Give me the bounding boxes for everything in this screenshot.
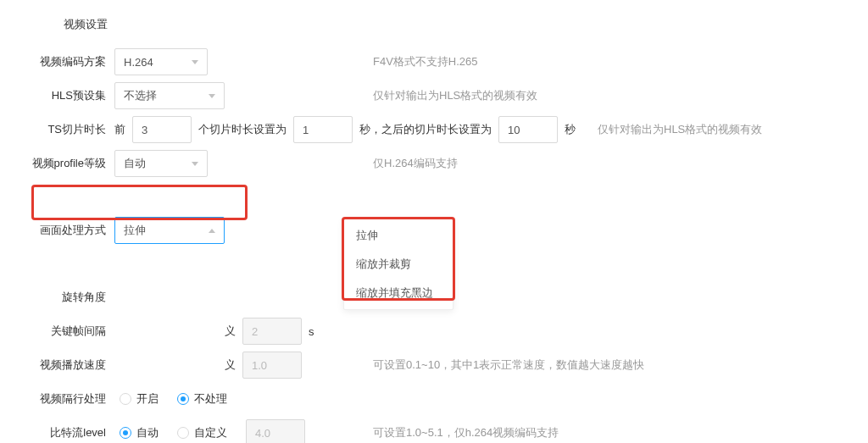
row-profile: 视频profile等级 自动 仅H.264编码支持 [0, 147, 868, 180]
ts-t4: 秒 [565, 122, 576, 137]
select-hls-value: 不选择 [124, 88, 157, 103]
ts-t2: 个切片时长设置为 [198, 122, 287, 137]
radio-interlace-on[interactable]: 开启 [120, 391, 159, 407]
ts-t1: 前 [114, 122, 125, 137]
radio-interlace-off[interactable]: 不处理 [177, 391, 227, 407]
speed-input[interactable] [242, 352, 302, 379]
level-input[interactable] [246, 419, 305, 443]
label-rotate: 旋转角度 [0, 290, 114, 305]
radio-level-custom[interactable]: 自定义 [177, 425, 227, 440]
radio-label: 自定义 [194, 425, 227, 440]
option-pad[interactable]: 缩放并填充黑边 [344, 279, 453, 307]
hint-level: 可设置1.0~5.1，仅h.264视频编码支持 [373, 425, 559, 440]
keyframe-custom-tail: 义 [225, 324, 236, 339]
hint-hls: 仅针对输出为HLS格式的视频有效 [373, 88, 537, 103]
chevron-up-icon [209, 229, 215, 233]
ts-input-2[interactable] [293, 116, 353, 143]
chevron-down-icon [209, 94, 215, 98]
hint-profile: 仅H.264编码支持 [373, 156, 458, 171]
label-keyframe: 关键帧间隔 [0, 324, 114, 339]
keyframe-unit: s [309, 325, 314, 338]
select-codec[interactable]: H.264 [114, 48, 208, 75]
row-screen: 画面处理方式 拉伸 拉伸 缩放并裁剪 缩放并填充黑边 [0, 185, 868, 276]
label-ts: TS切片时长 [0, 122, 114, 137]
radio-label: 开启 [136, 391, 159, 407]
select-screen[interactable]: 拉伸 [114, 217, 225, 244]
ts-input-3[interactable] [498, 116, 558, 143]
highlight-box-1 [31, 185, 248, 220]
row-ts: TS切片时长 前 个切片时长设置为 秒，之后的切片时长设置为 秒 仅针对输出为H… [0, 114, 868, 146]
label-profile: 视频profile等级 [0, 156, 114, 171]
row-hls: HLS预设集 不选择 仅针对输出为HLS格式的视频有效 [0, 80, 868, 112]
label-speed: 视频播放速度 [0, 357, 114, 373]
select-hls[interactable]: 不选择 [114, 82, 225, 109]
select-profile[interactable]: 自动 [114, 150, 208, 177]
hint-ts: 仅针对输出为HLS格式的视频有效 [598, 122, 762, 137]
chevron-down-icon [192, 162, 198, 166]
label-screen: 画面处理方式 [0, 223, 114, 238]
row-level: 比特流level 自动 自定义 可设置1.0~5.1，仅h.264视频编码支持 [0, 417, 868, 443]
row-codec: 视频编码方案 H.264 F4V格式不支持H.265 [0, 46, 868, 78]
row-interlace: 视频隔行处理 开启 不处理 [0, 383, 868, 415]
speed-custom-tail: 义 [225, 357, 236, 373]
section-title: 视频设置 [64, 17, 868, 32]
hint-speed: 可设置0.1~10，其中1表示正常速度，数值越大速度越快 [373, 357, 644, 373]
ts-t3: 秒，之后的切片时长设置为 [359, 122, 492, 137]
ts-input-1[interactable] [132, 116, 192, 143]
option-stretch[interactable]: 拉伸 [344, 221, 453, 250]
select-profile-value: 自动 [124, 156, 146, 171]
chevron-down-icon [192, 60, 198, 64]
label-level: 比特流level [0, 425, 114, 440]
keyframe-input[interactable] [242, 318, 302, 345]
hint-codec: F4V格式不支持H.265 [373, 54, 478, 69]
label-hls: HLS预设集 [0, 88, 114, 103]
option-crop[interactable]: 缩放并裁剪 [344, 250, 453, 279]
row-keyframe: 关键帧间隔 义 s [0, 315, 868, 347]
select-codec-value: H.264 [124, 56, 153, 69]
label-interlace: 视频隔行处理 [0, 391, 114, 407]
row-speed: 视频播放速度 义 可设置0.1~10，其中1表示正常速度，数值越大速度越快 [0, 349, 868, 381]
radio-label: 不处理 [194, 391, 227, 407]
radio-level-auto[interactable]: 自动 [120, 425, 159, 440]
select-screen-value: 拉伸 [124, 223, 146, 238]
dropdown-screen: 拉伸 缩放并裁剪 缩放并填充黑边 [343, 219, 453, 310]
radio-label: 自动 [136, 425, 159, 440]
label-codec: 视频编码方案 [0, 54, 114, 69]
